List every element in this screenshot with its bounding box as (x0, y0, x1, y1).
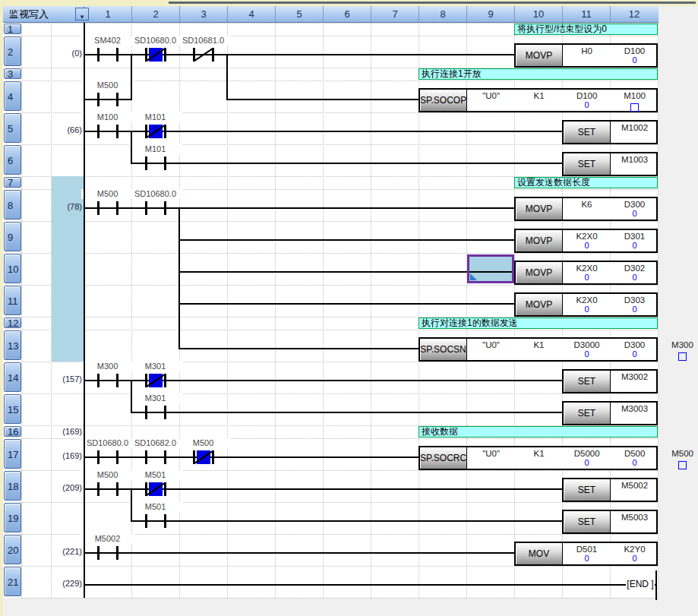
row-header-18[interactable]: 18 (4, 471, 21, 501)
row-header-8[interactable]: 8 (4, 190, 21, 220)
row-header-6[interactable]: 6 (4, 145, 21, 175)
row-header-10[interactable]: 10 (4, 254, 21, 283)
instruction-SET[interactable]: SETM3003 (562, 401, 658, 425)
instruction-MOVP[interactable]: MOVPK2X00D3030 (514, 292, 658, 317)
contact-M301[interactable] (144, 371, 168, 390)
step-number: (169) (29, 451, 82, 461)
instruction-MOVP[interactable]: MOVPK2X00D3010 (514, 229, 658, 253)
instruction-SET[interactable]: SETM1002 (562, 120, 658, 144)
instruction-mnemonic: MOVP (516, 230, 563, 251)
row-header-15[interactable]: 15 (4, 394, 21, 424)
column-header-4[interactable]: 4 (227, 6, 275, 23)
row-header-4[interactable]: 4 (4, 81, 21, 111)
column-header-2[interactable]: 2 (131, 6, 179, 23)
mode-label: 监视写入 (3, 6, 79, 23)
contact-M501[interactable] (144, 480, 168, 498)
row-header-20[interactable]: 20 (4, 535, 21, 564)
contact-M100[interactable] (96, 122, 120, 141)
column-header-6[interactable]: 6 (323, 6, 371, 23)
instruction-SP.SOCOP[interactable]: SP.SOCOP"U0"K1D1000M100 (418, 88, 658, 112)
column-header-9[interactable]: 9 (466, 6, 514, 23)
rung-comment[interactable]: 将执行型/结束型设为0 (514, 24, 658, 35)
instruction-mnemonic: SP.SOCRC (420, 447, 467, 469)
instruction-SP.SOCSN[interactable]: SP.SOCSN"U0"K1D30000D3000M300 (418, 337, 658, 362)
contact-M500[interactable] (96, 480, 120, 498)
row-header-11[interactable]: 11 (4, 286, 21, 315)
row-header-21[interactable]: 21 (4, 567, 21, 596)
contact-M500[interactable] (191, 448, 216, 466)
row-header-2[interactable]: 2 (4, 36, 21, 66)
instruction-SET[interactable]: SETM5002 (562, 478, 658, 502)
row-header-14[interactable]: 14 (4, 362, 21, 392)
column-header-12[interactable]: 12 (610, 6, 658, 23)
monitor-value: 0 (611, 241, 659, 250)
instruction-MOVP[interactable]: MOVPK6D3000 (514, 197, 658, 221)
column-header-5[interactable]: 5 (275, 6, 323, 23)
instruction-SP.SOCRC[interactable]: SP.SOCRC"U0"K1D50000D5000M500 (418, 446, 658, 470)
row-header-9[interactable]: 9 (4, 222, 21, 251)
row-header-5[interactable]: 5 (4, 113, 21, 143)
monitor-value: 0 (611, 273, 659, 282)
instruction-MOV[interactable]: MOVD5010K2Y00 (514, 542, 658, 566)
step-number: (209) (29, 483, 82, 493)
column-header-3[interactable]: 3 (179, 6, 227, 23)
contact-M500[interactable] (96, 199, 120, 217)
contact-M101[interactable] (144, 154, 168, 172)
rung-wire (84, 456, 418, 458)
contact-SD10680.0[interactable] (96, 448, 120, 466)
contact-M501[interactable] (144, 512, 168, 530)
instruction-SET[interactable]: SETM1003 (562, 152, 658, 176)
grid-line-horizontal (21, 393, 658, 394)
operand-D100: D1000 (611, 45, 659, 66)
rung-wire (131, 412, 562, 413)
contact-M500[interactable] (96, 90, 120, 109)
row-header-12[interactable]: 12 (4, 317, 21, 328)
branch-wire-vertical (131, 380, 132, 413)
column-header-11[interactable]: 11 (562, 6, 610, 23)
instruction-mnemonic: MOVP (516, 45, 563, 66)
row-header-19[interactable]: 19 (4, 503, 21, 532)
instruction-mnemonic: MOVP (516, 294, 563, 315)
column-header-8[interactable]: 8 (418, 6, 466, 23)
operand-U0: "U0" (467, 90, 515, 111)
contact-SD10680.0[interactable] (144, 46, 168, 64)
rung-wire (179, 239, 514, 241)
row-header-3[interactable]: 3 (4, 68, 21, 79)
operand-K2X0: K2X00 (563, 262, 611, 283)
contact-device-label: M5002 (81, 534, 134, 544)
contact-M101[interactable] (144, 122, 168, 141)
right-power-rail (655, 570, 657, 600)
column-header-7[interactable]: 7 (371, 6, 418, 23)
contact-SD10681.0[interactable] (191, 46, 216, 64)
instruction-MOVP[interactable]: MOVPH0D1000 (514, 43, 658, 68)
column-header-10[interactable]: 10 (514, 6, 562, 23)
rung-comment[interactable]: 执行对连接1的数据发送 (418, 317, 658, 329)
contact-device-label: SD10682.0 (129, 438, 182, 448)
rung-comment[interactable]: 设置发送数据长度 (514, 177, 658, 188)
row-header-17[interactable]: 17 (4, 439, 21, 469)
column-header-1[interactable]: 1 (84, 6, 131, 23)
grid-line-vertical (227, 23, 228, 598)
bit-status-indicator (630, 103, 639, 112)
row-header-1[interactable]: 1 (4, 24, 21, 34)
instruction-SET[interactable]: SETM5003 (562, 510, 658, 534)
branch-wire-vertical (178, 207, 180, 349)
instruction-mnemonic: SET (564, 479, 611, 501)
row-header-16[interactable]: 16 (4, 426, 21, 437)
contact-M301[interactable] (144, 403, 168, 422)
contact-SM402[interactable] (96, 46, 120, 64)
contact-SD10682.0[interactable] (144, 448, 168, 466)
row-header-13[interactable]: 13 (4, 330, 21, 360)
contact-SD10680.0[interactable] (144, 199, 168, 217)
rung-comment[interactable]: 接收数据 (418, 426, 658, 438)
row-header-7[interactable]: 7 (4, 177, 21, 188)
mode-dropdown-button[interactable]: ▼ (75, 8, 89, 21)
step-number: (169) (29, 427, 82, 437)
contact-M300[interactable] (96, 371, 120, 390)
instruction-SET[interactable]: SETM3002 (562, 369, 658, 393)
operand-D100: D1000 (563, 90, 611, 111)
rung-comment[interactable]: 执行连接1开放 (418, 68, 658, 80)
instruction-MOVP[interactable]: MOVPK2X00D3020 (514, 261, 658, 285)
contact-device-label: M500 (81, 470, 134, 480)
contact-M5002[interactable] (96, 544, 120, 562)
